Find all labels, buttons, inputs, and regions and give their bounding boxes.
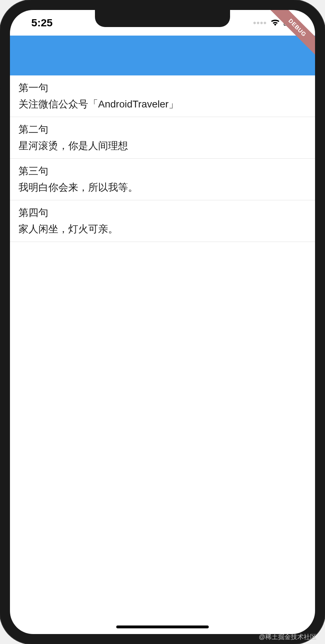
list-item-title: 第三句 (18, 164, 307, 179)
notch (95, 10, 230, 27)
list-item[interactable]: 第一句 关注微信公众号「AndroidTraveler」 (10, 75, 315, 117)
app-bar (10, 36, 315, 75)
cellular-dots-icon: ●●●● (253, 20, 267, 26)
list-item-subtitle: 我明白你会来，所以我等。 (18, 180, 307, 195)
status-time: 5:25 (24, 17, 53, 29)
list-item-subtitle: 家人闲坐，灯火可亲。 (18, 222, 307, 237)
list-item-title: 第四句 (18, 205, 307, 220)
list-item[interactable]: 第四句 家人闲坐，灯火可亲。 (10, 200, 315, 242)
list-item-subtitle: 星河滚烫，你是人间理想 (18, 138, 307, 153)
mute-switch (0, 75, 1, 89)
list-item[interactable]: 第三句 我明白你会来，所以我等。 (10, 159, 315, 200)
list-item-subtitle: 关注微信公众号「AndroidTraveler」 (18, 97, 307, 112)
content-list[interactable]: 第一句 关注微信公众号「AndroidTraveler」 第二句 星河滚烫，你是… (10, 75, 315, 242)
list-item-title: 第一句 (18, 80, 307, 95)
wifi-icon (270, 18, 280, 27)
volume-up-button (0, 107, 1, 139)
volume-down-button (0, 149, 1, 181)
list-item[interactable]: 第二句 星河滚烫，你是人间理想 (10, 117, 315, 159)
list-item-title: 第二句 (18, 122, 307, 137)
device-frame: DEBUG 5:25 ●●●● (0, 0, 325, 644)
home-indicator[interactable] (116, 625, 209, 628)
screen: DEBUG 5:25 ●●●● (10, 10, 315, 634)
watermark: @稀土掘金技术社区 (259, 633, 316, 641)
